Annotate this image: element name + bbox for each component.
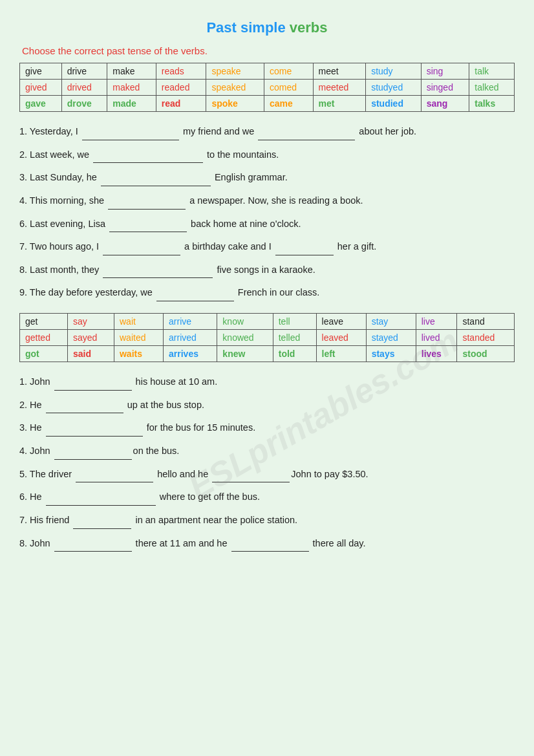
cell-meet: meet bbox=[313, 63, 366, 80]
sentence1-8: 8. Last month, they five songs in a kara… bbox=[19, 262, 515, 279]
cell2-live: live bbox=[416, 314, 457, 330]
cell2-arrives: arrives bbox=[164, 346, 217, 362]
cell2-lives: lives bbox=[416, 346, 457, 362]
cell-drive: drive bbox=[61, 63, 107, 80]
cell2-waited: waited bbox=[114, 330, 163, 346]
cell-sing: sing bbox=[421, 63, 469, 80]
cell2-waits: waits bbox=[114, 346, 163, 362]
cell-studied: studied bbox=[366, 96, 422, 112]
blank-1-1 bbox=[82, 124, 179, 140]
title-verbs: verbs bbox=[290, 19, 328, 36]
sentence2-1: 1. John his house at 10 am. bbox=[19, 374, 515, 391]
blank-7-2 bbox=[275, 239, 334, 255]
cell2-stays: stays bbox=[366, 346, 416, 362]
cell-gived: gived bbox=[20, 80, 62, 96]
cell-singed: singed bbox=[421, 80, 469, 96]
blank-7-1 bbox=[103, 239, 180, 255]
cell-reads: reads bbox=[156, 63, 206, 80]
blank2-1-1 bbox=[54, 374, 132, 391]
cell-speaked: speaked bbox=[206, 80, 264, 96]
cell2-stay: stay bbox=[366, 314, 416, 330]
cell2-stayed: stayed bbox=[366, 330, 416, 346]
cell2-standed: standed bbox=[457, 330, 515, 346]
cell-sang: sang bbox=[421, 96, 469, 112]
section2-sentences: 1. John his house at 10 am. 2. He up at … bbox=[19, 374, 515, 552]
cell2-telled: telled bbox=[273, 330, 316, 346]
cell2-tell: tell bbox=[273, 314, 316, 330]
sentence1-2: 2. Last week, we to the mountains. bbox=[19, 147, 515, 164]
sentence1-9: 9. The day before yesterday, we French i… bbox=[19, 285, 515, 301]
blank-1-2 bbox=[258, 124, 355, 140]
cell-meeted: meeted bbox=[313, 80, 366, 96]
table2-row-correct: got said waits arrives knew told left st… bbox=[20, 346, 515, 362]
page-wrapper: ESLprintables.com Past simple verbs Choo… bbox=[19, 19, 515, 552]
verb-table-1: give drive make reads speake come meet s… bbox=[19, 63, 515, 112]
table1-row-wrong: gived drived maked readed speaked comed … bbox=[20, 80, 515, 96]
table1-row-correct: gave drove made read spoke came met stud… bbox=[20, 96, 515, 112]
cell-talk: talk bbox=[469, 63, 515, 80]
cell2-say: say bbox=[68, 314, 114, 330]
cell2-wait: wait bbox=[114, 314, 163, 330]
page-title: Past simple verbs bbox=[19, 19, 515, 36]
cell-comed: comed bbox=[264, 80, 313, 96]
cell2-arrived: arrived bbox=[164, 330, 217, 346]
blank2-6-1 bbox=[46, 489, 156, 506]
blank2-3-1 bbox=[46, 420, 143, 437]
cell-come: come bbox=[264, 63, 313, 80]
cell-read: read bbox=[156, 96, 206, 112]
sentence1-3: 3. Last Sunday, he English grammar. bbox=[19, 169, 515, 186]
table2-row-base: get say wait arrive know tell leave stay… bbox=[20, 314, 515, 330]
cell-drived: drived bbox=[61, 80, 107, 96]
blank2-5-1 bbox=[76, 466, 153, 483]
blank-9-1 bbox=[156, 285, 234, 301]
instruction1: Choose the correct past tense of the ver… bbox=[22, 45, 515, 56]
sentence1-7: 7. Two hours ago, I a birthday cake and … bbox=[19, 239, 515, 255]
cell-make: make bbox=[107, 63, 156, 80]
blank2-8-2 bbox=[231, 535, 309, 552]
blank-4-1 bbox=[108, 193, 186, 210]
blank2-5-2 bbox=[212, 466, 290, 483]
cell-spoke: spoke bbox=[206, 96, 264, 112]
cell2-knew: knew bbox=[217, 346, 273, 362]
cell2-know: know bbox=[217, 314, 273, 330]
verb-table-2: get say wait arrive know tell leave stay… bbox=[19, 313, 515, 362]
cell2-left: left bbox=[316, 346, 366, 362]
sentence2-8: 8. John there at 11 am and he there all … bbox=[19, 535, 515, 552]
blank-6-1 bbox=[109, 216, 187, 233]
cell2-stand: stand bbox=[457, 314, 515, 330]
table1-row-base: give drive make reads speake come meet s… bbox=[20, 63, 515, 80]
blank2-7-1 bbox=[73, 512, 131, 529]
cell-drove: drove bbox=[61, 96, 107, 112]
cell-gave: gave bbox=[20, 96, 62, 112]
cell-study: study bbox=[366, 63, 422, 80]
cell2-leave: leave bbox=[316, 314, 366, 330]
cell-talks: talks bbox=[469, 96, 515, 112]
cell2-lived: lived bbox=[416, 330, 457, 346]
blank2-4-1 bbox=[54, 443, 132, 460]
cell2-leaved: leaved bbox=[316, 330, 366, 346]
cell2-sayed: sayed bbox=[68, 330, 114, 346]
section1-sentences: 1. Yesterday, I my friend and we about h… bbox=[19, 124, 515, 301]
cell-studyed: studyed bbox=[366, 80, 422, 96]
blank-2-1 bbox=[93, 147, 203, 164]
cell2-told: told bbox=[273, 346, 316, 362]
sentence1-6: 6. Last evening, Lisa back home at nine … bbox=[19, 216, 515, 233]
sentence1-1: 1. Yesterday, I my friend and we about h… bbox=[19, 124, 515, 140]
cell2-getted: getted bbox=[20, 330, 68, 346]
blank2-8-1 bbox=[54, 535, 132, 552]
cell-speake: speake bbox=[206, 63, 264, 80]
sentence2-6: 6. He where to get off the bus. bbox=[19, 489, 515, 506]
sentence2-7: 7. His friend in an apartment near the p… bbox=[19, 512, 515, 529]
sentence2-3: 3. He for the bus for 15 minutes. bbox=[19, 420, 515, 437]
cell2-said: said bbox=[68, 346, 114, 362]
cell-talked: talked bbox=[469, 80, 515, 96]
blank2-2-1 bbox=[46, 397, 123, 414]
table2-row-wrong: getted sayed waited arrived knowed telle… bbox=[20, 330, 515, 346]
cell2-stood: stood bbox=[457, 346, 515, 362]
cell-maked: maked bbox=[107, 80, 156, 96]
sentence2-4: 4. John on the bus. bbox=[19, 443, 515, 460]
sentence1-4: 4. This morning, she a newspaper. Now, s… bbox=[19, 193, 515, 210]
cell-made: made bbox=[107, 96, 156, 112]
cell2-arrive: arrive bbox=[164, 314, 217, 330]
blank-3-1 bbox=[101, 169, 211, 186]
